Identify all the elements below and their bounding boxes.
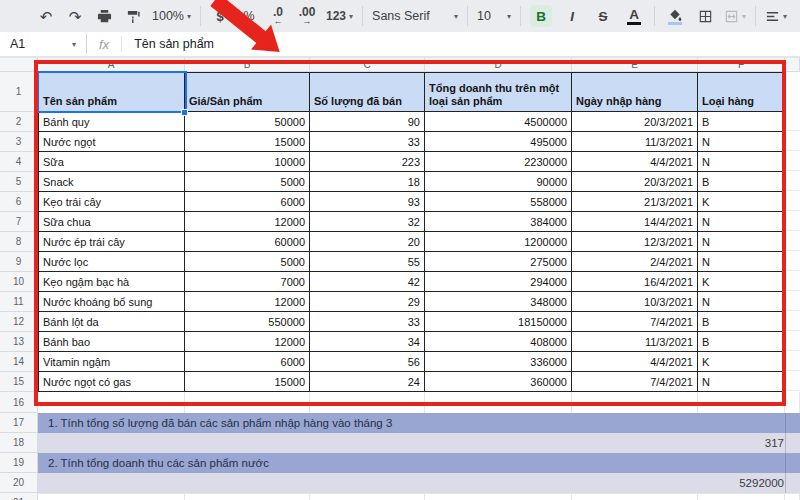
- empty-cell[interactable]: [38, 392, 185, 413]
- horizontal-align-button[interactable]: ▾: [765, 4, 787, 28]
- table-header-cell[interactable]: Số lượng đã bán: [310, 72, 425, 112]
- row-header-18[interactable]: 18: [0, 433, 38, 453]
- table-cell[interactable]: 11/3/2021: [572, 132, 698, 152]
- zoom-select[interactable]: 100% ▾: [152, 4, 191, 28]
- row-header-5[interactable]: 5: [0, 172, 38, 192]
- column-header-F[interactable]: F: [698, 58, 785, 72]
- row-header-9[interactable]: 9: [0, 252, 38, 272]
- table-cell[interactable]: K: [698, 192, 785, 212]
- table-cell[interactable]: 60000: [185, 232, 310, 252]
- empty-cell[interactable]: [698, 392, 785, 413]
- table-cell[interactable]: N: [698, 372, 785, 392]
- row-header-19[interactable]: 19: [0, 453, 38, 473]
- table-cell[interactable]: 14/4/2021: [572, 212, 698, 232]
- table-cell[interactable]: 5000: [185, 252, 310, 272]
- table-cell[interactable]: 93: [310, 192, 425, 212]
- table-cell[interactable]: 42: [310, 272, 425, 292]
- font-size-select[interactable]: 10 ▾: [477, 4, 511, 28]
- empty-cell[interactable]: [185, 493, 310, 500]
- table-cell[interactable]: Bánh bao: [38, 332, 185, 352]
- row-header-1[interactable]: 1: [0, 72, 38, 112]
- table-header-cell[interactable]: Tên sản phẩm: [38, 72, 185, 112]
- table-header-cell[interactable]: Tổng doanh thu trên một loại sản phẩm: [425, 72, 572, 112]
- print-button[interactable]: [94, 4, 114, 28]
- table-cell[interactable]: 4/4/2021: [572, 152, 698, 172]
- empty-cell[interactable]: [310, 392, 425, 413]
- decrease-decimal-button[interactable]: .0 ←: [268, 4, 288, 28]
- row-header-14[interactable]: 14: [0, 352, 38, 372]
- empty-cell[interactable]: [572, 493, 698, 500]
- table-cell[interactable]: Nước lọc: [38, 252, 185, 272]
- table-cell[interactable]: 12000: [185, 212, 310, 232]
- bold-button[interactable]: B: [530, 5, 552, 27]
- table-cell[interactable]: 12/3/2021: [572, 232, 698, 252]
- empty-cell[interactable]: [185, 392, 310, 413]
- empty-cell[interactable]: [38, 493, 185, 500]
- table-cell[interactable]: Snack: [38, 172, 185, 192]
- table-cell[interactable]: 15000: [185, 372, 310, 392]
- task2-label-cell[interactable]: 2. Tính tổng doanh thu các sản phẩm nước: [38, 453, 800, 473]
- borders-button[interactable]: [695, 4, 715, 28]
- table-cell[interactable]: 20/3/2021: [572, 172, 698, 192]
- table-cell[interactable]: 6000: [185, 192, 310, 212]
- name-box[interactable]: A1 ▾: [0, 37, 86, 51]
- table-cell[interactable]: 2/4/2021: [572, 252, 698, 272]
- task1-label-cell[interactable]: 1. Tính tổng số lượng đã bán các sản phẩ…: [38, 413, 800, 433]
- empty-cell[interactable]: [572, 392, 698, 413]
- empty-cell[interactable]: [698, 493, 785, 500]
- table-cell[interactable]: 2230000: [425, 152, 572, 172]
- table-cell[interactable]: 33: [310, 132, 425, 152]
- table-cell[interactable]: N: [698, 292, 785, 312]
- format-currency-button[interactable]: $: [210, 4, 230, 28]
- table-cell[interactable]: 18: [310, 172, 425, 192]
- empty-cell[interactable]: [425, 392, 572, 413]
- table-cell[interactable]: 408000: [425, 332, 572, 352]
- task1-answer-cell[interactable]: 317: [38, 433, 800, 453]
- italic-button[interactable]: I: [561, 5, 583, 27]
- table-cell[interactable]: 50000: [185, 112, 310, 132]
- strikethrough-button[interactable]: S: [592, 5, 614, 27]
- table-cell[interactable]: K: [698, 352, 785, 372]
- table-cell[interactable]: 4/4/2021: [572, 352, 698, 372]
- table-cell[interactable]: 384000: [425, 212, 572, 232]
- fill-color-button[interactable]: [664, 5, 686, 27]
- row-header-3[interactable]: 3: [0, 132, 38, 152]
- table-cell[interactable]: Nước ép trái cây: [38, 232, 185, 252]
- table-cell[interactable]: 12000: [185, 292, 310, 312]
- table-cell[interactable]: K: [698, 272, 785, 292]
- table-cell[interactable]: B: [698, 332, 785, 352]
- column-header-partial[interactable]: [785, 58, 800, 72]
- table-cell[interactable]: 55: [310, 252, 425, 272]
- merge-cells-button[interactable]: ▾: [724, 4, 746, 28]
- table-cell[interactable]: 11/3/2021: [572, 332, 698, 352]
- table-cell[interactable]: 32: [310, 212, 425, 232]
- increase-decimal-button[interactable]: .00 →: [297, 4, 317, 28]
- table-cell[interactable]: 90000: [425, 172, 572, 192]
- table-cell[interactable]: B: [698, 112, 785, 132]
- table-cell[interactable]: 558000: [425, 192, 572, 212]
- row-header-8[interactable]: 8: [0, 232, 38, 252]
- row-header-11[interactable]: 11: [0, 292, 38, 312]
- table-cell[interactable]: 550000: [185, 312, 310, 332]
- table-cell[interactable]: 7/4/2021: [572, 312, 698, 332]
- table-cell[interactable]: N: [698, 252, 785, 272]
- row-header-15[interactable]: 15: [0, 372, 38, 392]
- table-cell[interactable]: N: [698, 212, 785, 232]
- table-cell[interactable]: 495000: [425, 132, 572, 152]
- table-cell[interactable]: Nước ngọt: [38, 132, 185, 152]
- table-cell[interactable]: 294000: [425, 272, 572, 292]
- table-cell[interactable]: 336000: [425, 352, 572, 372]
- undo-button[interactable]: ↶: [36, 4, 56, 28]
- table-cell[interactable]: 7/4/2021: [572, 372, 698, 392]
- table-cell[interactable]: 360000: [425, 372, 572, 392]
- table-cell[interactable]: 33: [310, 312, 425, 332]
- table-cell[interactable]: Kẹo trái cây: [38, 192, 185, 212]
- table-cell[interactable]: 5000: [185, 172, 310, 192]
- row-header-20[interactable]: 20: [0, 473, 38, 493]
- table-cell[interactable]: 20/3/2021: [572, 112, 698, 132]
- row-header-7[interactable]: 7: [0, 212, 38, 232]
- table-cell[interactable]: Vitamin ngậm: [38, 352, 185, 372]
- empty-cell[interactable]: [310, 493, 425, 500]
- table-cell[interactable]: Bánh lột da: [38, 312, 185, 332]
- table-cell[interactable]: Nước ngọt có gas: [38, 372, 185, 392]
